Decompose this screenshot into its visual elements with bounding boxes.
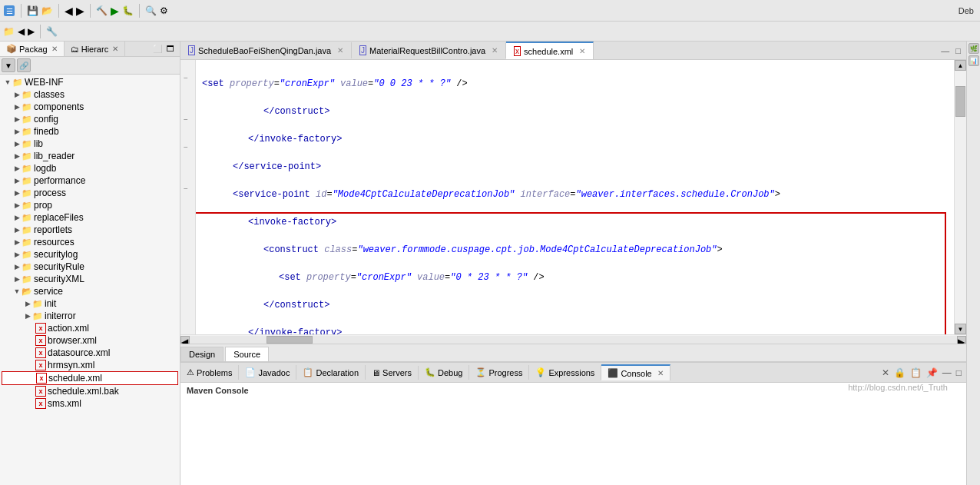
horizontal-scrollbar[interactable]: ◀ ▶ bbox=[180, 334, 966, 344]
toolbar-btn-5[interactable]: 🔨 bbox=[96, 5, 108, 16]
scroll-up-btn[interactable]: ▲ bbox=[955, 60, 966, 71]
tree-item-reportlets[interactable]: ▶ 📁 reportlets bbox=[2, 224, 178, 236]
tree-item-lib-reader[interactable]: ▶ 📁 lib_reader bbox=[2, 150, 178, 162]
toolbar-btn-debug[interactable]: 🐛 bbox=[122, 5, 134, 16]
tree-toggle-finedb[interactable]: ▶ bbox=[12, 127, 22, 136]
tree-toggle-webinf[interactable]: ▼ bbox=[3, 78, 12, 87]
tab-close-2[interactable]: ✕ bbox=[492, 46, 498, 55]
tab-close-3[interactable]: ✕ bbox=[579, 47, 585, 55]
tree-toggle-initerror[interactable]: ▶ bbox=[23, 311, 32, 321]
tree-toggle-reportlets[interactable]: ▶ bbox=[12, 225, 22, 234]
collapse-btn-2[interactable]: − bbox=[184, 115, 188, 124]
tree-item-logdb[interactable]: ▶ 📁 logdb bbox=[2, 162, 178, 174]
code-content[interactable]: <set property="cronExpr" value="0 0 23 *… bbox=[196, 60, 954, 334]
tree-item-schedule-xml-bak[interactable]: x schedule.xml.bak bbox=[2, 385, 178, 397]
bottom-tab-expressions[interactable]: 💡 Expressions bbox=[529, 365, 601, 380]
tree-item-performance[interactable]: ▶ 📁 performance bbox=[2, 174, 178, 187]
tree-item-config[interactable]: ▶ 📁 config bbox=[2, 113, 178, 125]
sidebar-minimize-btn[interactable]: ⬜ bbox=[151, 44, 164, 54]
tree-item-hrmsyn-xml[interactable]: x hrmsyn.xml bbox=[2, 359, 178, 371]
console-tab-close[interactable]: ✕ bbox=[657, 369, 664, 377]
toolbar-btn-4[interactable]: ▶ bbox=[76, 5, 84, 17]
tree-item-securityxml[interactable]: ▶ 📁 securityXML bbox=[2, 273, 178, 285]
sidebar-maximize-btn[interactable]: 🗖 bbox=[164, 44, 177, 54]
console-pin-btn[interactable]: 📌 bbox=[925, 367, 939, 379]
tree-item-finedb[interactable]: ▶ 📁 finedb bbox=[2, 125, 178, 138]
right-sidebar-btn-1[interactable]: 🌿 bbox=[968, 43, 979, 54]
toolbar2-btn-1[interactable]: 📁 bbox=[3, 26, 15, 37]
bottom-tab-console[interactable]: ⬛ Console ✕ bbox=[601, 364, 670, 380]
bottom-tab-debug[interactable]: 🐛 Debug bbox=[419, 365, 469, 380]
console-scroll-lock-btn[interactable]: 🔒 bbox=[892, 367, 907, 379]
tree-item-datasource-xml[interactable]: x datasource.xml bbox=[2, 347, 178, 359]
tree-toggle-init[interactable]: ▶ bbox=[23, 299, 32, 308]
toolbar-btn-save[interactable]: 💾 bbox=[27, 5, 38, 16]
tree-item-service[interactable]: ▼ 📂 service bbox=[2, 285, 178, 297]
tab-close-1[interactable]: ✕ bbox=[337, 46, 343, 55]
hscroll-track[interactable] bbox=[190, 336, 957, 344]
tree-item-init[interactable]: ▶ 📁 init bbox=[2, 297, 178, 310]
tree-toggle-resources[interactable]: ▶ bbox=[12, 238, 22, 247]
design-tab[interactable]: Design bbox=[180, 347, 223, 361]
tree-item-action-xml[interactable]: x action.xml bbox=[2, 322, 178, 334]
tree-item-schedule-xml[interactable]: x schedule.xml bbox=[2, 371, 178, 385]
tree-toggle-config[interactable]: ▶ bbox=[12, 115, 22, 124]
tree-item-components[interactable]: ▶ 📁 components bbox=[2, 101, 178, 113]
tree-item-prop[interactable]: ▶ 📁 prop bbox=[2, 199, 178, 211]
tree-toggle-lib[interactable]: ▶ bbox=[12, 139, 22, 148]
console-copy-btn[interactable]: 📋 bbox=[909, 367, 923, 379]
tree-item-securitylog[interactable]: ▶ 📁 securitylog bbox=[2, 248, 178, 261]
hscroll-left-btn[interactable]: ◀ bbox=[180, 336, 190, 344]
tree-item-lib[interactable]: ▶ 📁 lib bbox=[2, 138, 178, 150]
tree-item-sms-xml[interactable]: x sms.xml bbox=[2, 397, 178, 410]
tree-toggle-components[interactable]: ▶ bbox=[12, 102, 22, 111]
editor-minimize-btn[interactable]: — bbox=[939, 45, 952, 56]
toolbar2-btn-4[interactable]: 🔧 bbox=[46, 26, 58, 37]
tree-item-initerror[interactable]: ▶ 📁 initerror bbox=[2, 310, 178, 322]
hscroll-thumb[interactable] bbox=[267, 336, 313, 344]
sidebar-tab-package[interactable]: 📦 Packag ✕ bbox=[0, 42, 65, 56]
tab-material-request[interactable]: J MaterialRequestBillContro.java ✕ bbox=[352, 42, 506, 58]
sidebar-tab-hierarchy[interactable]: 🗂 Hierarc ✕ bbox=[65, 42, 125, 56]
tree-toggle-prop[interactable]: ▶ bbox=[12, 201, 22, 210]
tree-toggle-securityrule[interactable]: ▶ bbox=[12, 262, 22, 271]
toolbar-btn-run[interactable]: ▶ bbox=[111, 5, 119, 17]
tree-item-resources[interactable]: ▶ 📁 resources bbox=[2, 236, 178, 248]
toolbar-btn-search[interactable]: 🔍 bbox=[145, 5, 157, 16]
toolbar-btn-3[interactable]: ◀ bbox=[65, 5, 73, 17]
editor-maximize-btn[interactable]: □ bbox=[953, 45, 963, 56]
sidebar-tab-package-close[interactable]: ✕ bbox=[51, 45, 58, 53]
sidebar-collapse-all-btn[interactable]: ▼ bbox=[2, 58, 15, 72]
console-clear-btn[interactable]: ✕ bbox=[880, 367, 891, 379]
tab-schedule-xml[interactable]: x schedule.xml ✕ bbox=[506, 42, 594, 59]
tree-item-classes[interactable]: ▶ 📁 classes bbox=[2, 88, 178, 101]
toolbar2-btn-2[interactable]: ◀ bbox=[18, 26, 25, 37]
source-tab[interactable]: Source bbox=[225, 347, 269, 361]
scroll-thumb[interactable] bbox=[955, 86, 965, 117]
tree-toggle-replacefiles[interactable]: ▶ bbox=[12, 213, 22, 222]
tab-schedule-bao-fei[interactable]: J ScheduleBaoFeiShenQingDan.java ✕ bbox=[180, 42, 352, 58]
bottom-tab-declaration[interactable]: 📋 Declaration bbox=[296, 365, 366, 380]
tree-toggle-lib-reader[interactable]: ▶ bbox=[12, 151, 22, 161]
console-maximize-btn[interactable]: □ bbox=[955, 367, 963, 379]
toolbar2-btn-3[interactable]: ▶ bbox=[28, 26, 35, 37]
bottom-tab-javadoc[interactable]: 📄 Javadoc bbox=[239, 365, 296, 380]
tree-toggle-process[interactable]: ▶ bbox=[12, 188, 22, 198]
right-sidebar-btn-2[interactable]: 📊 bbox=[968, 55, 979, 66]
tree-item-webinf[interactable]: ▼ 📁 WEB-INF bbox=[2, 76, 178, 88]
scroll-down-btn[interactable]: ▼ bbox=[955, 324, 966, 334]
hscroll-right-btn[interactable]: ▶ bbox=[957, 336, 966, 344]
sidebar-tab-hierarchy-close[interactable]: ✕ bbox=[112, 45, 118, 53]
bottom-tab-servers[interactable]: 🖥 Servers bbox=[366, 366, 419, 380]
console-minimize-btn[interactable]: — bbox=[941, 367, 953, 379]
tree-toggle-securitylog[interactable]: ▶ bbox=[12, 250, 22, 259]
tree-toggle-securityxml[interactable]: ▶ bbox=[12, 274, 22, 284]
tree-item-securityrule[interactable]: ▶ 📁 securityRule bbox=[2, 261, 178, 273]
collapse-btn-1[interactable]: − bbox=[184, 74, 188, 82]
collapse-btn-4[interactable]: − bbox=[184, 184, 188, 193]
toolbar-btn-settings[interactable]: ⚙ bbox=[160, 5, 168, 16]
tree-toggle-classes[interactable]: ▶ bbox=[12, 90, 22, 99]
tree-item-replacefiles[interactable]: ▶ 📁 replaceFiles bbox=[2, 211, 178, 224]
tree-toggle-service[interactable]: ▼ bbox=[12, 287, 22, 296]
collapse-btn-3[interactable]: − bbox=[184, 143, 188, 151]
